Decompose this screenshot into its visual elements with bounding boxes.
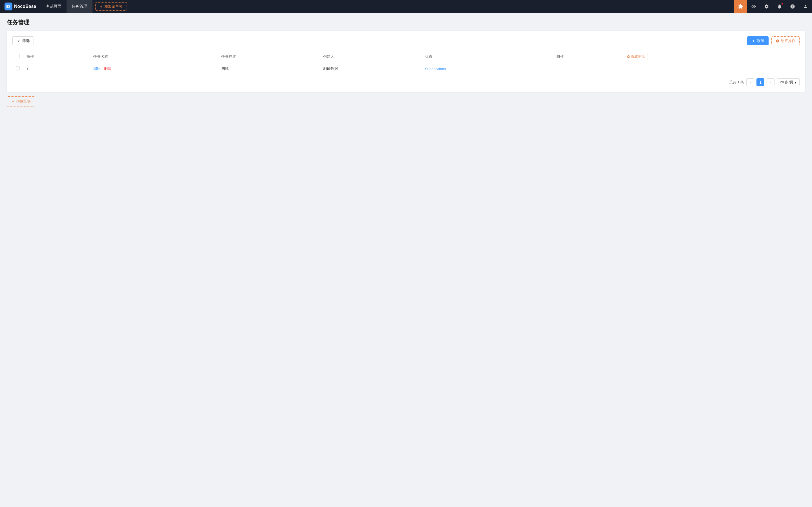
- row-index: 1: [23, 63, 90, 74]
- table-row: 1 编辑 删除 测试 测试数据 Super Admin: [12, 63, 800, 74]
- row-operations: 编辑 删除: [90, 63, 218, 74]
- help-icon: [790, 4, 795, 9]
- edit-link[interactable]: 编辑: [93, 66, 101, 71]
- config-fields-icon: [627, 55, 630, 58]
- pagination-prev[interactable]: ‹: [746, 78, 754, 86]
- pagination: 总共 1 条 ‹ 1 › 20 条/页 ▾: [12, 78, 800, 86]
- header-checkbox-cell: [12, 50, 23, 63]
- settings-icon: [776, 39, 779, 43]
- plugin-icon-button[interactable]: [734, 0, 747, 13]
- row-attachment: [620, 63, 767, 74]
- header-task-name: 任务名称: [90, 50, 218, 63]
- plus-icon: ＋: [11, 99, 15, 104]
- chevron-left-icon: ‹: [750, 80, 751, 84]
- header-ops: 操作: [23, 50, 90, 63]
- svg-rect-0: [4, 3, 12, 10]
- navbar-right: [734, 0, 812, 13]
- filter-icon: [17, 39, 20, 43]
- settings-icon: [764, 4, 769, 9]
- pagination-next[interactable]: ›: [767, 78, 774, 86]
- page-size-selector[interactable]: 20 条/页 ▾: [777, 78, 800, 86]
- add-button[interactable]: ＋ 添加: [747, 36, 769, 45]
- tab-task[interactable]: 任务管理: [66, 0, 93, 13]
- plus-icon: ＋: [100, 4, 103, 9]
- logo[interactable]: NocoBase: [0, 3, 41, 10]
- row-creator: Super Admin: [421, 63, 553, 74]
- page-title: 任务管理: [7, 18, 805, 26]
- row-checkbox[interactable]: [16, 66, 20, 70]
- navbar: NocoBase 测试页面 任务管理 ＋ 添加菜单项: [0, 0, 812, 13]
- row-status: [553, 63, 620, 74]
- pagination-total: 总共 1 条: [729, 80, 744, 85]
- header-creator: 创建人: [320, 50, 421, 63]
- pagination-page-1[interactable]: 1: [756, 78, 764, 86]
- app-name: NocoBase: [14, 4, 36, 9]
- header-checkbox[interactable]: [16, 54, 20, 58]
- link-icon: [751, 4, 756, 9]
- toolbar: 筛选 ＋ 添加 配置操作: [12, 36, 800, 45]
- create-block-button[interactable]: ＋ 创建区块: [7, 96, 35, 107]
- row-extra: [767, 63, 800, 74]
- help-icon-button[interactable]: [786, 0, 799, 13]
- row-task-name: 测试: [218, 63, 320, 74]
- config-operations-button[interactable]: 配置操作: [771, 36, 800, 45]
- plugin-icon: [738, 4, 743, 9]
- add-menu-button[interactable]: ＋ 添加菜单项: [95, 2, 127, 11]
- link-icon-button[interactable]: [747, 0, 760, 13]
- plus-icon: ＋: [752, 38, 755, 43]
- notification-icon: [777, 4, 782, 9]
- row-task-desc: 测试数据: [320, 63, 421, 74]
- notification-icon-button[interactable]: [773, 0, 786, 13]
- user-icon: [803, 4, 808, 9]
- delete-link[interactable]: 删除: [104, 66, 111, 71]
- navbar-tabs: 测试页面 任务管理 ＋ 添加菜单项: [41, 0, 734, 13]
- user-icon-button[interactable]: [799, 0, 812, 13]
- table-card: 筛选 ＋ 添加 配置操作: [7, 31, 805, 92]
- toolbar-right: ＋ 添加 配置操作: [747, 36, 800, 45]
- header-task-desc: 任务描述: [218, 50, 320, 63]
- chevron-right-icon: ›: [770, 80, 771, 84]
- notification-dot: [781, 3, 783, 4]
- settings-icon-button[interactable]: [760, 0, 773, 13]
- logo-icon: [4, 3, 12, 10]
- data-table: 操作 任务名称 任务描述 创建人 状态 附件: [12, 50, 800, 74]
- tab-test[interactable]: 测试页面: [41, 0, 66, 13]
- page-content: 任务管理 筛选 ＋ 添加 配置操作: [0, 13, 812, 112]
- chevron-down-icon: ▾: [795, 80, 797, 84]
- header-attachment: 附件: [553, 50, 620, 63]
- config-fields-button[interactable]: 配置字段: [624, 53, 648, 60]
- filter-button[interactable]: 筛选: [12, 36, 34, 45]
- header-config-fields: 配置字段: [620, 50, 767, 63]
- header-status: 状态: [421, 50, 553, 63]
